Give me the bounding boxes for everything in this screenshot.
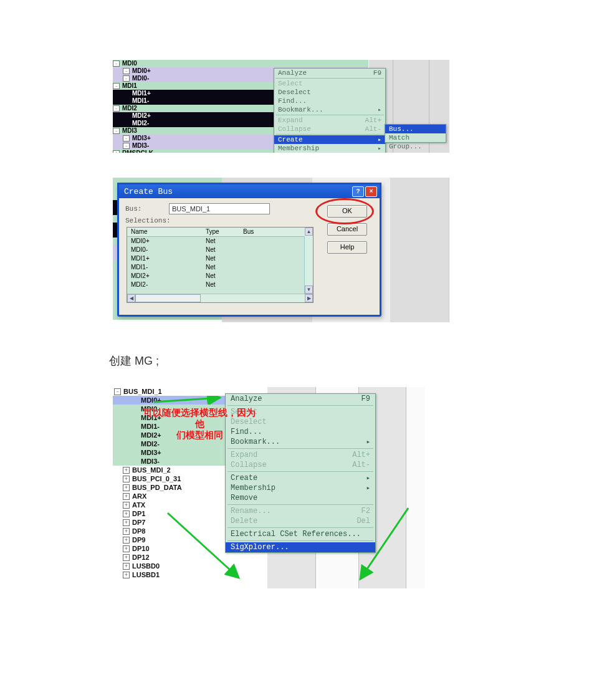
- minus-icon[interactable]: -: [123, 143, 130, 149]
- row-label: RMSDCLK: [122, 150, 153, 153]
- minus-icon[interactable]: -: [113, 60, 120, 67]
- plus-icon[interactable]: +: [123, 493, 130, 500]
- menu-item-label: Rename...: [231, 506, 271, 516]
- tree-row[interactable]: +LUSBD0: [113, 562, 265, 570]
- row-label: MDI0: [122, 60, 137, 67]
- tree-row[interactable]: +DP12: [113, 553, 265, 562]
- tree-row[interactable]: +LUSBD1: [113, 570, 265, 579]
- minus-icon[interactable]: -: [113, 83, 120, 89]
- menu-item[interactable]: Bookmark...: [226, 437, 375, 447]
- cell: MDI0-: [127, 246, 206, 254]
- plus-icon[interactable]: +: [113, 150, 120, 153]
- menu-item[interactable]: Match Group...: [385, 133, 446, 142]
- plus-icon[interactable]: +: [123, 467, 130, 474]
- row-label: DP7: [132, 518, 145, 527]
- row-label: DP1: [132, 509, 145, 518]
- menu-item[interactable]: Deselect: [274, 88, 385, 97]
- menu-item[interactable]: Find...: [274, 97, 385, 105]
- minus-icon[interactable]: -: [113, 128, 120, 134]
- scroll-left-icon[interactable]: ◀: [127, 294, 135, 302]
- menu-item: Rename...F2: [226, 506, 375, 516]
- row-label: LUSBD0: [132, 562, 160, 570]
- menu-item-label: Expand: [231, 450, 257, 460]
- menu-item-label: Analyze: [231, 394, 262, 404]
- menu-item[interactable]: AnalyzeF9: [274, 69, 385, 77]
- menu-item-label: Select: [278, 79, 303, 88]
- plus-icon[interactable]: +: [123, 484, 130, 491]
- cell: [243, 263, 313, 272]
- menu-item[interactable]: Membership: [226, 483, 375, 493]
- minus-icon[interactable]: -: [123, 135, 130, 141]
- scroll-down-icon[interactable]: ▼: [305, 285, 313, 294]
- col-type[interactable]: Type: [206, 228, 243, 236]
- menu-separator: [275, 78, 384, 79]
- menu-item-label: Match Group...: [389, 133, 442, 142]
- context-submenu-create[interactable]: Bus...Match Group...: [385, 124, 446, 143]
- plus-icon[interactable]: +: [123, 554, 130, 561]
- selections-listbox[interactable]: Name Type Bus MDI0+NetMDI0-NetMDI1+NetMD…: [127, 227, 314, 303]
- hscroll-track[interactable]: ◀ ▶: [127, 294, 313, 302]
- context-menu[interactable]: AnalyzeF9SelectDeselectFind...Bookmark..…: [274, 68, 386, 153]
- list-item[interactable]: MDI1-Net: [127, 263, 313, 272]
- hscroll-thumb[interactable]: [135, 294, 201, 302]
- list-item[interactable]: MDI2+Net: [127, 272, 313, 280]
- minus-icon[interactable]: -: [114, 388, 121, 395]
- plus-icon[interactable]: +: [123, 519, 130, 526]
- plus-icon[interactable]: +: [123, 563, 130, 570]
- menu-separator: [227, 405, 373, 406]
- col-name[interactable]: Name: [127, 228, 206, 236]
- menu-item[interactable]: Bus...: [385, 125, 446, 133]
- row-label: BUS_PCI_0_31: [132, 474, 181, 483]
- menu-item[interactable]: Create: [274, 135, 385, 144]
- plus-icon[interactable]: +: [123, 545, 130, 552]
- menu-item[interactable]: SigXplorer...: [226, 542, 375, 552]
- cell: Net: [206, 280, 243, 289]
- close-icon[interactable]: ×: [365, 186, 377, 197]
- cell: [243, 254, 313, 263]
- menu-shortcut: F9: [373, 69, 381, 77]
- menu-item[interactable]: Find...: [226, 427, 375, 437]
- plus-icon[interactable]: +: [123, 476, 130, 482]
- submenu-arrow-icon: [378, 105, 381, 114]
- col-bus[interactable]: Bus: [243, 228, 313, 236]
- screenshot-3: -BUS_MDI_1MDI0+MDI0-MDI1+MDI1-MDI2+MDI2-…: [109, 387, 425, 588]
- list-item[interactable]: MDI2-Net: [127, 280, 313, 289]
- menu-item-label: Bus...: [389, 125, 414, 133]
- dialog-titlebar[interactable]: Create Bus ? ×: [119, 185, 380, 198]
- scroll-up-icon[interactable]: ▲: [305, 228, 313, 236]
- plus-icon[interactable]: +: [123, 528, 130, 535]
- plus-icon[interactable]: +: [123, 511, 130, 517]
- menu-item[interactable]: Electrical CSet References...: [226, 529, 375, 539]
- menu-item[interactable]: Membership: [274, 144, 385, 153]
- row-label: MDI3-: [141, 457, 160, 466]
- minus-icon[interactable]: -: [123, 68, 130, 74]
- tree-row[interactable]: -MDI0: [113, 60, 368, 67]
- cancel-button[interactable]: Cancel: [327, 223, 367, 236]
- plus-icon[interactable]: +: [123, 537, 130, 544]
- plus-icon[interactable]: +: [123, 502, 130, 509]
- list-header[interactable]: Name Type Bus: [127, 228, 313, 237]
- scroll-right-icon[interactable]: ▶: [305, 294, 313, 302]
- context-menu[interactable]: AnalyzeF9SelectDeselectFind...Bookmark..…: [225, 393, 376, 553]
- menu-shortcut: Del: [357, 516, 370, 526]
- ok-button[interactable]: OK: [327, 205, 367, 218]
- bus-name-input[interactable]: BUS_MDI_1: [169, 203, 270, 214]
- help-icon[interactable]: ?: [352, 186, 364, 197]
- menu-item[interactable]: AnalyzeF9: [226, 394, 375, 404]
- menu-item[interactable]: Remove: [226, 493, 375, 503]
- cell: Net: [206, 246, 243, 254]
- list-item[interactable]: MDI0+Net: [127, 237, 313, 246]
- help-button[interactable]: Help: [327, 241, 367, 254]
- list-item[interactable]: MDI0-Net: [127, 246, 313, 254]
- row-label: MDI1-: [132, 97, 149, 105]
- minus-icon[interactable]: -: [113, 105, 120, 112]
- minus-icon[interactable]: -: [123, 75, 130, 82]
- list-item[interactable]: MDI1+Net: [127, 254, 313, 263]
- plus-icon[interactable]: +: [123, 572, 130, 578]
- row-label: MDI2: [122, 105, 137, 112]
- cell: MDI1+: [127, 254, 206, 263]
- menu-item[interactable]: Create: [226, 473, 375, 483]
- menu-item: Select: [274, 79, 385, 88]
- menu-item[interactable]: Bookmark...: [274, 105, 385, 114]
- menu-item-label: Remove: [231, 493, 257, 503]
